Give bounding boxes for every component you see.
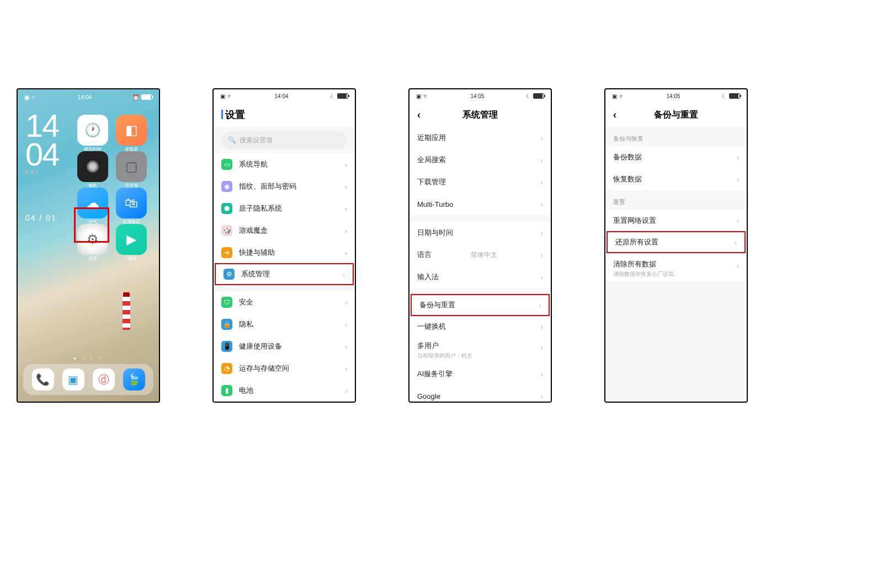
chevron-right-icon: › [539, 301, 541, 309]
status-bar: ▣ᯤ 14:05 ☾ [605, 89, 747, 103]
phone-settings-screen: ▣ᯤ 14:04 ☾ 设置 🔍 搜索设置项 ▭系统导航› ◉指纹、面部与密码› … [212, 88, 356, 403]
row-clone-phone[interactable]: 一键换机› [409, 316, 551, 338]
row-language[interactable]: 语言简体中文› [409, 244, 551, 266]
page-title: 设置 [221, 108, 245, 121]
phone-home-screen: ▣ᯤ 14:04 ⏰ 14 04 FRI 04 / 01 🕐精选时钟 ◧变形器 … [17, 88, 160, 403]
app-interaction[interactable]: ▢交互池 [116, 151, 147, 182]
shield-icon: ⬢ [221, 203, 232, 214]
nfc-icon: ▣ [416, 93, 421, 99]
chevron-right-icon: › [345, 320, 347, 329]
chevron-right-icon: › [345, 249, 347, 257]
row-storage[interactable]: ◔运存与存储空间› [214, 357, 355, 379]
battery-icon [141, 94, 152, 100]
chevron-right-icon: › [735, 238, 737, 247]
row-google[interactable]: Google› [409, 385, 551, 402]
row-health[interactable]: 📱健康使用设备› [214, 335, 355, 357]
row-system-navigation[interactable]: ▭系统导航› [214, 153, 355, 175]
row-input-method[interactable]: 输入法› [409, 266, 551, 288]
battery-icon: ▮ [221, 385, 232, 396]
row-multi-user[interactable]: 多用户 当前登录的用户：机主 › [409, 338, 551, 363]
app-weather[interactable]: ☁天气 [77, 188, 108, 218]
chevron-right-icon: › [345, 161, 347, 169]
wifi-icon: ᯤ [227, 93, 233, 99]
phone-backup-reset-screen: ▣ᯤ 14:05 ☾ ‹ 备份与重置 备份与恢复 备份数据› 恢复数据› 重置 … [604, 88, 748, 403]
row-ai-engine[interactable]: AI服务引擎› [409, 363, 551, 385]
chevron-right-icon: › [345, 183, 347, 191]
back-button[interactable]: ‹ [613, 109, 616, 121]
row-security[interactable]: 🛡安全› [214, 291, 355, 313]
row-reset-all-settings[interactable]: 还原所有设置› [607, 231, 746, 253]
row-reset-network[interactable]: 重置网络设置› [605, 210, 747, 232]
row-global-search[interactable]: 全局搜索› [409, 149, 551, 171]
chevron-right-icon: › [541, 156, 543, 164]
chevron-right-icon: › [541, 251, 543, 259]
phone-system-management-screen: ▣ᯤ 14:05 ☾ ‹ 系统管理 近期应用› 全局搜索› 下载管理› Mult… [408, 88, 552, 403]
chevron-right-icon: › [541, 392, 543, 400]
settings-body: 设置 🔍 搜索设置项 ▭系统导航› ◉指纹、面部与密码› ⬢原子隐私系统› 🎲游… [214, 103, 355, 402]
status-bar: ▣ᯤ 14:04 ⏰ [18, 90, 159, 104]
wifi-icon: ᯤ [619, 93, 625, 99]
row-game-box[interactable]: 🎲游戏魔盒› [214, 220, 355, 242]
search-placeholder: 搜索设置项 [240, 136, 273, 145]
row-privacy[interactable]: 🔒隐私› [214, 313, 355, 335]
dock-phone[interactable]: 📞 [32, 368, 54, 391]
date-widget[interactable]: 04 / 01 [25, 213, 57, 222]
alarm-icon: ⏰ [132, 94, 139, 100]
page-title-row: ‹ 系统管理 [409, 103, 551, 127]
battery-icon [533, 93, 544, 99]
clock-widget[interactable]: 14 04 FRI [25, 111, 59, 174]
chevron-right-icon: › [345, 227, 347, 235]
app-store[interactable]: 🛍应用商店 [116, 188, 147, 218]
moon-icon: ☾ [330, 93, 335, 99]
app-clock[interactable]: 🕐精选时钟 [77, 115, 108, 146]
app-search[interactable]: ▶i 搜索 [116, 224, 147, 255]
app-camera[interactable]: 相机 [77, 151, 108, 182]
status-time: 14:05 [666, 93, 680, 99]
row-multi-turbo[interactable]: Multi-Turbo› [409, 193, 551, 215]
br-list-1: 备份数据› 恢复数据› [605, 146, 747, 190]
chevron-right-icon: › [541, 343, 543, 351]
fingerprint-icon: ◉ [221, 181, 232, 192]
row-system-management[interactable]: ⚙系统管理› [215, 263, 354, 285]
home-wallpaper: ▣ᯤ 14:04 ⏰ 14 04 FRI 04 / 01 🕐精选时钟 ◧变形器 … [18, 89, 159, 402]
status-time: 14:04 [274, 93, 288, 99]
row-battery[interactable]: ▮电池› [214, 379, 355, 402]
chevron-right-icon: › [345, 387, 347, 395]
row-restore-data[interactable]: 恢复数据› [605, 168, 747, 190]
row-backup-data[interactable]: 备份数据› [605, 146, 747, 168]
status-bar: ▣ᯤ 14:04 ☾ [214, 89, 355, 103]
phone-icon: 📱 [221, 341, 232, 352]
chevron-right-icon: › [541, 370, 543, 378]
row-fingerprint[interactable]: ◉指纹、面部与密码› [214, 175, 355, 197]
sm-list-1: 近期应用› 全局搜索› 下载管理› Multi-Turbo› [409, 127, 551, 215]
back-button[interactable]: ‹ [417, 109, 421, 121]
separator [409, 215, 551, 222]
dock-browser[interactable]: 🍃 [123, 368, 145, 391]
app-settings[interactable]: ⚙设置 [77, 224, 108, 255]
dock-music[interactable]: ⓓ [93, 368, 115, 391]
moon-icon: ☾ [722, 93, 727, 99]
dock-apps[interactable]: ▣ [62, 368, 84, 391]
row-erase-all-data[interactable]: 清除所有数据 清除数据并恢复出厂设置。 › [605, 256, 747, 281]
chevron-right-icon: › [541, 229, 543, 237]
settings-list-2: 🛡安全› 🔒隐私› 📱健康使用设备› ◔运存与存储空间› ▮电池› [214, 291, 355, 402]
br-list-2: 重置网络设置› 还原所有设置› 清除所有数据 清除数据并恢复出厂设置。 › [605, 210, 747, 281]
chevron-right-icon: › [541, 323, 543, 331]
row-download-manager[interactable]: 下载管理› [409, 171, 551, 193]
nfc-icon: ▣ [24, 94, 29, 100]
chevron-right-icon: › [737, 153, 739, 162]
separator [214, 285, 355, 291]
nfc-icon: ▣ [220, 93, 225, 99]
app-transform[interactable]: ◧变形器 [116, 115, 147, 146]
row-recent-apps[interactable]: 近期应用› [409, 127, 551, 149]
chevron-right-icon: › [345, 205, 347, 213]
pie-icon: ◔ [221, 363, 232, 374]
search-input[interactable]: 🔍 搜索设置项 [221, 131, 347, 149]
row-atom-privacy[interactable]: ⬢原子隐私系统› [214, 197, 355, 220]
row-shortcuts[interactable]: ➜快捷与辅助› [214, 242, 355, 264]
page-indicator[interactable]: ● ○ ○ ○ [18, 356, 159, 361]
page-title-row: ‹ 备份与重置 [605, 103, 747, 127]
row-backup-reset[interactable]: 备份与重置› [411, 294, 550, 316]
lock-icon: 🔒 [221, 319, 232, 330]
row-date-time[interactable]: 日期与时间› [409, 222, 551, 244]
